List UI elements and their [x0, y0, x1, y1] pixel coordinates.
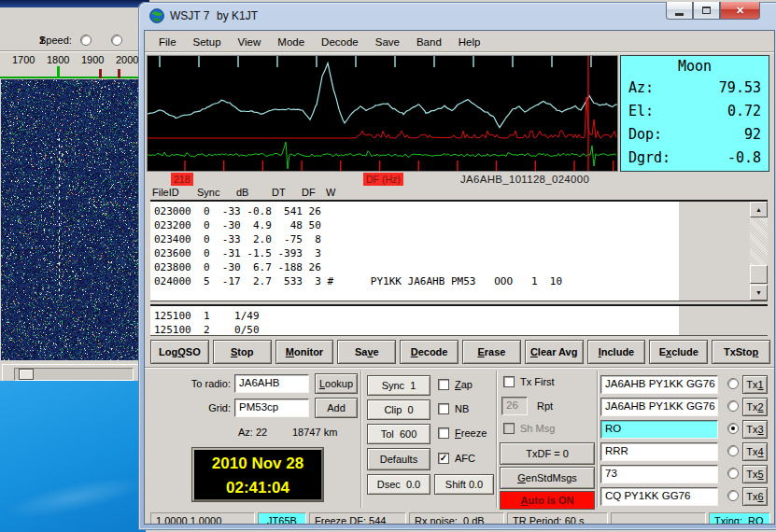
clip-control[interactable]: Clip 0 [367, 399, 430, 420]
tx1-radio[interactable] [727, 378, 739, 389]
speed-1-radio[interactable] [80, 35, 92, 46]
txstop-button[interactable]: TxStop [712, 340, 770, 364]
menu-mode[interactable]: Mode [269, 34, 313, 50]
auto-on-button[interactable]: Auto is ON [500, 491, 595, 510]
moon-el-label: El: [628, 100, 654, 123]
to-radio-label: To radio: [152, 378, 231, 389]
tx-freq-marker [99, 69, 102, 78]
status-tr-period: TR Period: 60 s [507, 512, 608, 525]
status-bar: 1.0000 1.0000 JT65B Freeze DF: 544 Rx no… [150, 512, 770, 525]
tx2-message-input[interactable]: JA6AHB PY1KK GG76 OOO [600, 398, 718, 416]
txdf-button[interactable]: TxDF = 0 [500, 442, 595, 465]
gen-std-msgs-button[interactable]: GenStdMsgs [500, 467, 595, 489]
menu-save[interactable]: Save [367, 34, 408, 50]
controls-panel: To radio: JA6AHB Lookup Grid: PM53cp Add… [145, 367, 774, 511]
defaults-button[interactable]: Defaults [367, 448, 430, 470]
moon-az-value: 79.53 [719, 77, 761, 100]
shift-control[interactable]: Shift 0.0 [434, 474, 494, 495]
client-area: File Setup View Mode Decode Save Band He… [144, 30, 775, 525]
tx3-radio[interactable] [727, 423, 739, 434]
freeze-checkbox[interactable] [438, 427, 449, 439]
moon-dop-value: 92 [744, 123, 761, 147]
speed-2-radio[interactable] [111, 35, 122, 46]
tol-control[interactable]: Tol 600 [367, 424, 430, 444]
scrollbar-thumb[interactable] [19, 369, 34, 380]
decode-row: 024000 5 -17 2.7 533 3 # PY1KK JA6AHB PM… [154, 274, 679, 288]
to-radio-input[interactable]: JA6AHB [234, 374, 309, 393]
menu-setup[interactable]: Setup [185, 34, 230, 50]
menu-file[interactable]: File [150, 34, 185, 50]
tx3-button[interactable]: Tx3 [742, 420, 768, 439]
tx1-message-input[interactable]: JA6AHB PY1KK GG76 [600, 375, 718, 394]
tx5-button[interactable]: Tx5 [742, 465, 768, 483]
tx1-button[interactable]: Tx1 [742, 375, 768, 394]
tx4-message-input[interactable]: RRR [600, 442, 718, 461]
tx2-button[interactable]: Tx2 [742, 398, 768, 416]
scroll-up-icon[interactable]: ▲ [750, 202, 768, 217]
tx6-button[interactable]: Tx6 [742, 487, 768, 506]
lookup-button[interactable]: Lookup [315, 373, 358, 394]
menu-band[interactable]: Band [408, 34, 450, 50]
moon-az-label: Az: [628, 77, 654, 100]
erase-button[interactable]: Erase [462, 340, 521, 364]
waterfall-display[interactable] [1, 79, 144, 360]
include-button[interactable]: Include [587, 340, 646, 364]
scroll-down-icon[interactable]: ▼ [750, 285, 768, 301]
grid-input[interactable]: PM53cp [234, 399, 309, 417]
menu-decode[interactable]: Decode [313, 34, 367, 50]
sync-level-badge: 218 [171, 173, 193, 186]
tx4-button[interactable]: Tx4 [742, 442, 768, 461]
save-button[interactable]: Save [337, 340, 396, 364]
rpt-label: Rpt [537, 400, 553, 412]
exclude-button[interactable]: Exclude [649, 340, 708, 364]
minimize-button[interactable] [666, 2, 693, 20]
close-button[interactable]: ✕ [720, 2, 760, 20]
menu-help[interactable]: Help [450, 34, 489, 50]
tx5-message-input[interactable]: 73 [600, 465, 718, 483]
ruler-label: 1800 [47, 54, 69, 65]
moon-dgrd-value: -0.8 [727, 147, 761, 170]
dsec-control[interactable]: Dsec 0.0 [367, 474, 430, 495]
grid-label: Grid: [152, 402, 231, 413]
utc-clock: 2010 Nov 28 02:41:04 [192, 448, 323, 501]
add-button[interactable]: Add [315, 398, 358, 418]
decode-button[interactable]: Decode [400, 340, 459, 364]
monitor-button[interactable]: Monitor [275, 340, 334, 364]
decode-row: 023000 0 -33 -0.8 541 26 [154, 204, 679, 218]
sync-control[interactable]: Sync 1 [367, 375, 430, 396]
menubar: File Setup View Mode Decode Save Band He… [145, 31, 774, 53]
titlebar[interactable]: WSJT 7 by K1JT ✕ [138, 2, 776, 30]
sh-msg-checkbox[interactable] [503, 423, 515, 434]
zap-checkbox[interactable] [438, 379, 449, 390]
ruler-ticks [0, 66, 145, 79]
spectrum-plot[interactable] [147, 55, 618, 172]
wsjt-window: WSJT 7 by K1JT ✕ File Setup View Mode De… [138, 2, 776, 530]
tx6-message-input[interactable]: CQ PY1KK GG76 [600, 487, 718, 506]
plot-labels-row: 218 DF (Hz) JA6AHB_101128_024000 [145, 173, 774, 187]
afc-label: AFC [455, 453, 475, 464]
tx6-radio[interactable] [727, 490, 739, 501]
col-sync: Sync [197, 187, 219, 198]
log-qso-button[interactable]: Log QSO [150, 340, 209, 364]
scrollbar-thumb[interactable] [750, 265, 768, 284]
tx3-message-input[interactable]: RO [600, 420, 718, 439]
tx4-radio[interactable] [727, 445, 739, 456]
tx-first-checkbox[interactable] [503, 376, 515, 387]
nb-checkbox[interactable] [438, 403, 449, 414]
window-byline: by K1JT [217, 9, 258, 22]
maximize-icon [702, 7, 711, 14]
tx5-radio[interactable] [727, 468, 739, 479]
rpt-input[interactable]: 26 [501, 397, 528, 415]
specjt-window: Speed: 1 2 1700 1800 1900 2000 [0, 7, 146, 383]
close-icon: ✕ [736, 5, 744, 17]
afc-checkbox[interactable] [438, 453, 449, 464]
menu-view[interactable]: View [230, 34, 270, 50]
sh-msg-label: Sh Msg [520, 423, 555, 434]
clock-time: 02:41:04 [194, 476, 321, 500]
stop-button[interactable]: Stop [213, 340, 272, 364]
tx2-radio[interactable] [727, 400, 739, 412]
decode-vscrollbar[interactable]: ▲ ▼ [750, 202, 768, 301]
maximize-button[interactable] [693, 2, 720, 20]
col-df: DF [302, 187, 316, 198]
clear-avg-button[interactable]: Clear Avg [525, 340, 584, 364]
